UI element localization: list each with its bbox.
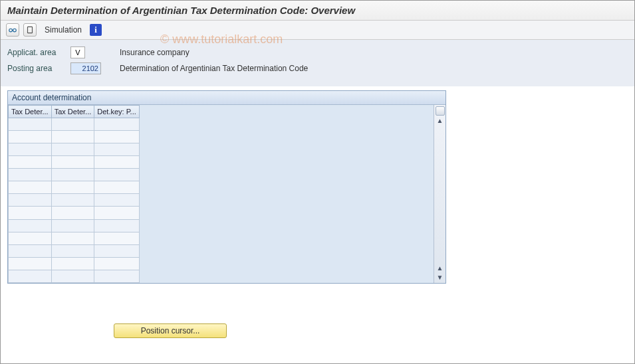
table-row[interactable] bbox=[9, 169, 140, 181]
table-cell[interactable] bbox=[51, 194, 94, 207]
table-cell[interactable] bbox=[94, 169, 140, 181]
scroll-up2-icon[interactable]: ▲ bbox=[436, 263, 445, 272]
column-header-2[interactable]: Det.key: P... bbox=[94, 106, 140, 118]
table-row[interactable] bbox=[9, 194, 140, 207]
page-title: Maintain Determination of Argentinian Ta… bbox=[1, 1, 634, 21]
table-cell[interactable] bbox=[51, 118, 94, 131]
panel-title: Account determination bbox=[8, 91, 445, 105]
vertical-scrollbar[interactable]: ▲ ▲ ▼ bbox=[434, 105, 445, 283]
posting-area-desc: Determination of Argentinian Tax Determi… bbox=[120, 64, 308, 73]
simulation-button[interactable]: Simulation bbox=[41, 24, 86, 36]
scroll-thumb[interactable] bbox=[436, 106, 445, 116]
table-row[interactable] bbox=[9, 131, 140, 143]
account-grid: Tax Deter...Tax Deter...Det.key: P... bbox=[8, 105, 140, 283]
table-cell[interactable] bbox=[51, 131, 94, 143]
table-cell[interactable] bbox=[51, 207, 94, 219]
table-row[interactable] bbox=[9, 232, 140, 244]
table-cell[interactable] bbox=[51, 156, 94, 169]
table-row[interactable] bbox=[9, 207, 140, 219]
table-cell[interactable] bbox=[51, 257, 94, 270]
table-cell[interactable] bbox=[9, 118, 52, 131]
applicat-area-label: Applicat. area bbox=[7, 48, 70, 57]
grid-filler bbox=[140, 105, 434, 283]
table-cell[interactable] bbox=[9, 143, 52, 156]
applicat-area-field[interactable]: V bbox=[70, 46, 85, 58]
table-row[interactable] bbox=[9, 257, 140, 270]
column-header-1[interactable]: Tax Deter... bbox=[51, 106, 94, 118]
table-cell[interactable] bbox=[94, 143, 140, 156]
scroll-down-icon[interactable]: ▼ bbox=[436, 272, 445, 282]
new-page-icon[interactable] bbox=[23, 23, 37, 37]
table-cell[interactable] bbox=[51, 270, 94, 282]
table-cell[interactable] bbox=[94, 244, 140, 257]
table-cell[interactable] bbox=[94, 219, 140, 232]
posting-area-field[interactable]: 2102 bbox=[70, 62, 101, 74]
scroll-up-icon[interactable]: ▲ bbox=[436, 116, 445, 125]
table-row[interactable] bbox=[9, 219, 140, 232]
table-cell[interactable] bbox=[9, 257, 52, 270]
table-cell[interactable] bbox=[51, 232, 94, 244]
position-cursor-button[interactable]: Position cursor... bbox=[114, 323, 227, 338]
table-row[interactable] bbox=[9, 118, 140, 131]
table-cell[interactable] bbox=[51, 169, 94, 181]
glasses-icon[interactable] bbox=[6, 23, 19, 37]
table-cell[interactable] bbox=[94, 131, 140, 143]
toolbar: Simulation i bbox=[1, 21, 634, 40]
table-cell[interactable] bbox=[94, 207, 140, 219]
table-row[interactable] bbox=[9, 143, 140, 156]
table-cell[interactable] bbox=[9, 169, 52, 181]
svg-point-1 bbox=[13, 29, 17, 32]
table-row[interactable] bbox=[9, 156, 140, 169]
table-cell[interactable] bbox=[94, 232, 140, 244]
table-cell[interactable] bbox=[94, 118, 140, 131]
table-cell[interactable] bbox=[94, 181, 140, 194]
table-cell[interactable] bbox=[9, 194, 52, 207]
table-cell[interactable] bbox=[94, 194, 140, 207]
table-row[interactable] bbox=[9, 270, 140, 282]
table-cell[interactable] bbox=[9, 244, 52, 257]
table-cell[interactable] bbox=[94, 270, 140, 282]
table-cell[interactable] bbox=[9, 207, 52, 219]
table-cell[interactable] bbox=[94, 156, 140, 169]
table-cell[interactable] bbox=[9, 232, 52, 244]
table-cell[interactable] bbox=[9, 131, 52, 143]
svg-point-0 bbox=[9, 29, 13, 32]
table-cell[interactable] bbox=[9, 156, 52, 169]
table-cell[interactable] bbox=[9, 181, 52, 194]
info-icon[interactable]: i bbox=[90, 24, 102, 36]
table-cell[interactable] bbox=[94, 257, 140, 270]
table-row[interactable] bbox=[9, 181, 140, 194]
table-cell[interactable] bbox=[51, 181, 94, 194]
account-determination-panel: Account determination Tax Deter...Tax De… bbox=[7, 90, 446, 284]
column-header-0[interactable]: Tax Deter... bbox=[9, 106, 52, 118]
table-cell[interactable] bbox=[51, 219, 94, 232]
svg-rect-2 bbox=[28, 27, 33, 33]
table-cell[interactable] bbox=[51, 244, 94, 257]
table-cell[interactable] bbox=[9, 219, 52, 232]
table-cell[interactable] bbox=[51, 143, 94, 156]
table-cell[interactable] bbox=[9, 270, 52, 282]
posting-area-label: Posting area bbox=[7, 64, 70, 73]
form-area: Applicat. area V Insurance company Posti… bbox=[1, 40, 634, 86]
table-row[interactable] bbox=[9, 244, 140, 257]
applicat-area-desc: Insurance company bbox=[120, 48, 190, 57]
